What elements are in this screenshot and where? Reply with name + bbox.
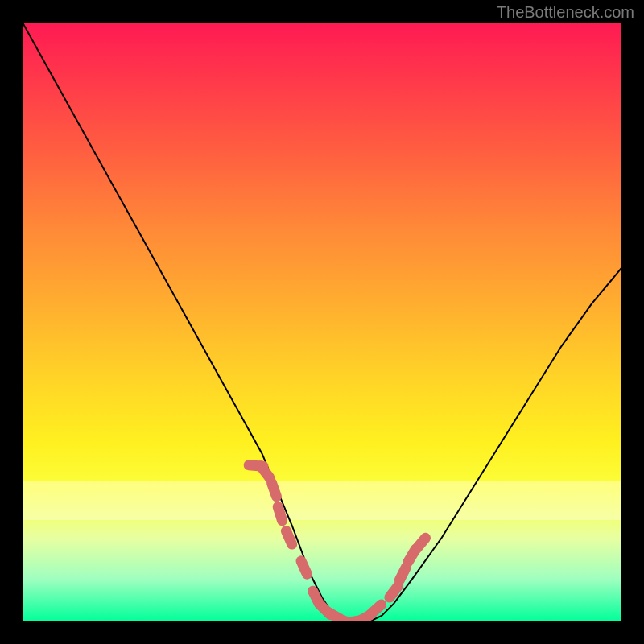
marker-segment <box>390 586 398 597</box>
marker-segment <box>301 561 307 574</box>
marker-segment <box>399 567 406 580</box>
plot-area <box>23 23 621 621</box>
marker-segment <box>370 605 381 614</box>
marker-segment <box>261 466 270 477</box>
marker-segment <box>278 507 282 521</box>
marker-segment <box>272 483 277 497</box>
watermark-text: TheBottleneck.com <box>497 3 634 22</box>
marker-segment <box>416 538 426 549</box>
chart-container <box>23 23 621 621</box>
curve-svg <box>23 23 621 621</box>
marker-segment <box>286 531 291 545</box>
bottleneck-curve <box>23 23 621 621</box>
